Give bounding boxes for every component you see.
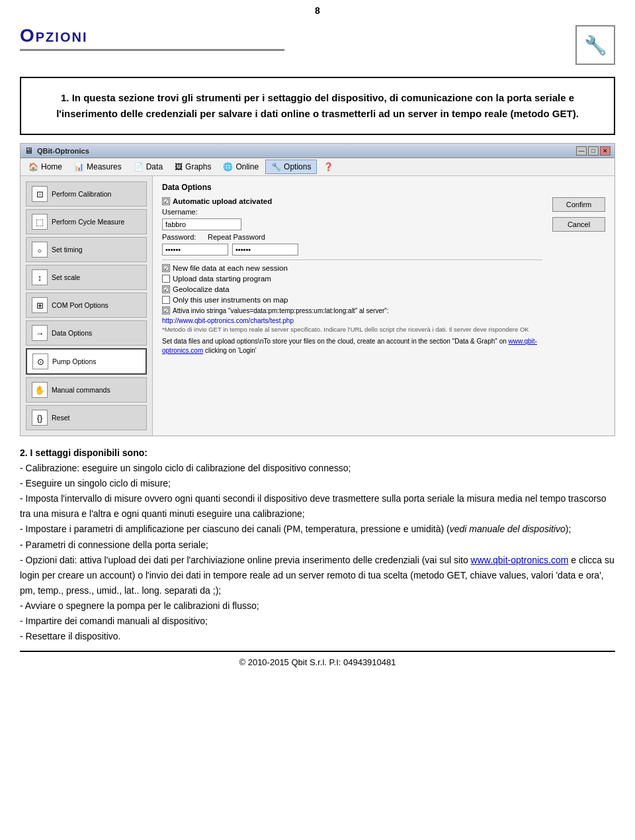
minimize-button[interactable]: — bbox=[576, 146, 587, 156]
qbit-link-2[interactable]: www.qbit-optronics.com bbox=[471, 555, 569, 565]
manual-label: Manual commands bbox=[52, 386, 110, 395]
right-panel: Data Options Automatic upload atcivated … bbox=[153, 176, 614, 436]
page-title: Opzioni bbox=[20, 25, 284, 51]
intro-box: 1. In questa sezione trovi gli strumenti… bbox=[20, 77, 615, 135]
calibration-label: Perform Calibration bbox=[52, 190, 111, 199]
reset-label: Reset bbox=[52, 414, 69, 422]
username-row: Username: bbox=[162, 208, 542, 216]
upload-label: Upload data starting program bbox=[173, 275, 271, 283]
newfile-label: New file data at each new session bbox=[173, 264, 288, 272]
graphs-icon: 🖼 bbox=[175, 162, 183, 171]
com-label: COM Port Options bbox=[52, 301, 108, 310]
menu-online[interactable]: 🌐 Online bbox=[218, 160, 264, 173]
page-footer: © 2010-2015 Qbit S.r.l. P.I: 04943910481 bbox=[20, 651, 615, 673]
menu-measures-label: Measures bbox=[87, 162, 122, 171]
sidebar-btn-data[interactable]: → Data Options bbox=[26, 320, 147, 346]
data-options-icon: → bbox=[32, 325, 48, 341]
password-input-row bbox=[162, 244, 542, 256]
window-body: ⊡ Perform Calibration ⬚ Perform Cycle Me… bbox=[21, 176, 614, 436]
data-options-label: Data Options bbox=[52, 329, 92, 338]
measures-icon: 📊 bbox=[74, 162, 84, 171]
menu-online-label: Online bbox=[235, 162, 259, 171]
divider1 bbox=[162, 259, 542, 260]
upload-row: Upload data starting program bbox=[162, 275, 542, 283]
window-titlebar: 🖥 QBit-Optronics — □ ✕ bbox=[21, 144, 614, 158]
sidebar-btn-cycle[interactable]: ⬚ Perform Cycle Measure bbox=[26, 209, 147, 234]
menu-options[interactable]: 🔧 Options bbox=[265, 160, 317, 174]
manual-icon: ✋ bbox=[32, 382, 48, 398]
footer-text: © 2010-2015 Qbit S.r.l. P.I: 04943910481 bbox=[239, 657, 396, 667]
attiva-label: Attiva invio stringa "values=data:pm:tem… bbox=[173, 307, 389, 314]
sidebar: ⊡ Perform Calibration ⬚ Perform Cycle Me… bbox=[21, 176, 153, 436]
cycle-icon: ⬚ bbox=[32, 214, 48, 230]
username-label: Username: bbox=[162, 208, 198, 216]
password-label: Password: bbox=[162, 233, 198, 241]
page-header: Opzioni 🔧 bbox=[0, 19, 635, 65]
newfile-row: New file data at each new session bbox=[162, 264, 542, 272]
geo-row: Geolocalize data bbox=[162, 285, 542, 293]
cancel-button[interactable]: Cancel bbox=[552, 217, 605, 232]
sidebar-btn-calibration[interactable]: ⊡ Perform Calibration bbox=[26, 181, 147, 207]
auto-upload-label: Automatic upload atcivated bbox=[173, 197, 272, 205]
repeat-password-input[interactable] bbox=[232, 244, 298, 256]
attiva-checkbox[interactable] bbox=[162, 306, 170, 314]
qbit-link[interactable]: www.qbit-optronics.com bbox=[162, 338, 537, 354]
attiva-row: Attiva invio stringa "values=data:pm:tem… bbox=[162, 306, 542, 314]
user-instruments-label: Only this user instruments on map bbox=[173, 296, 288, 304]
username-input[interactable] bbox=[162, 218, 241, 230]
data-icon: 📄 bbox=[134, 162, 144, 171]
panel-main: Automatic upload atcivated Username: Pas… bbox=[162, 197, 542, 355]
menu-graphs-label: Graphs bbox=[185, 162, 211, 171]
title-block: Opzioni bbox=[20, 25, 284, 51]
password-input[interactable] bbox=[162, 244, 228, 256]
url-text: http://www.qbit-optronics.com/charts/tes… bbox=[162, 317, 542, 324]
note-text: *Metodo di invio GET in tempo reale al s… bbox=[162, 326, 542, 333]
menu-home[interactable]: 🏠 Home bbox=[23, 160, 67, 173]
wrench-icon: 🔧 bbox=[575, 25, 615, 65]
section2-text: 2. I settaggi disponibili sono: - Calibr… bbox=[20, 445, 615, 644]
geo-checkbox[interactable] bbox=[162, 285, 170, 293]
close-button[interactable]: ✕ bbox=[600, 146, 611, 156]
maximize-button[interactable]: □ bbox=[588, 146, 599, 156]
sidebar-btn-timing[interactable]: ⬦ Set timing bbox=[26, 237, 147, 262]
upload-checkbox[interactable] bbox=[162, 275, 170, 283]
cycle-label: Perform Cycle Measure bbox=[52, 218, 124, 226]
auto-upload-checkbox[interactable] bbox=[162, 197, 170, 205]
online-icon: 🌐 bbox=[223, 162, 233, 171]
screenshot-window: 🖥 QBit-Optronics — □ ✕ 🏠 Home 📊 Measures… bbox=[20, 143, 615, 436]
panel-content: Automatic upload atcivated Username: Pas… bbox=[162, 197, 605, 355]
menu-measures[interactable]: 📊 Measures bbox=[69, 160, 127, 173]
home-icon: 🏠 bbox=[28, 162, 38, 171]
menu-help[interactable]: ❓ bbox=[318, 160, 339, 173]
section2-block: 2. I settaggi disponibili sono: - Calibr… bbox=[20, 445, 615, 644]
options-icon: 🔧 bbox=[271, 162, 281, 171]
repeat-password-label: Repeat Password bbox=[208, 233, 265, 241]
com-icon: ⊞ bbox=[32, 297, 48, 313]
user-instruments-checkbox[interactable] bbox=[162, 296, 170, 304]
panel-title: Data Options bbox=[162, 183, 605, 192]
page-number: 8 bbox=[0, 0, 635, 19]
timing-label: Set timing bbox=[52, 246, 83, 254]
menu-graphs[interactable]: 🖼 Graphs bbox=[169, 160, 216, 173]
scale-label: Set scale bbox=[52, 273, 80, 282]
sidebar-btn-manual[interactable]: ✋ Manual commands bbox=[26, 377, 147, 402]
scale-icon: ↕ bbox=[32, 269, 48, 285]
bottom-text: Set data files and upload options\nTo st… bbox=[162, 337, 542, 355]
pump-icon: ⊙ bbox=[32, 353, 48, 369]
timing-icon: ⬦ bbox=[32, 242, 48, 257]
sidebar-btn-reset[interactable]: {} Reset bbox=[26, 405, 147, 430]
user-instruments-row: Only this user instruments on map bbox=[162, 296, 542, 304]
sidebar-btn-com[interactable]: ⊞ COM Port Options bbox=[26, 293, 147, 318]
sidebar-btn-pump[interactable]: ⊙ Pump Options bbox=[26, 348, 147, 375]
menu-home-label: Home bbox=[41, 162, 62, 171]
pump-label: Pump Options bbox=[52, 357, 97, 366]
menu-data[interactable]: 📄 Data bbox=[128, 160, 168, 173]
help-icon: ❓ bbox=[323, 162, 333, 171]
intro-text: 1. In questa sezione trovi gli strumenti… bbox=[56, 92, 579, 119]
newfile-checkbox[interactable] bbox=[162, 264, 170, 272]
menu-options-label: Options bbox=[284, 162, 311, 171]
sidebar-btn-scale[interactable]: ↕ Set scale bbox=[26, 265, 147, 290]
username-input-row bbox=[162, 218, 542, 230]
reset-icon: {} bbox=[32, 410, 48, 426]
confirm-button[interactable]: Confirm bbox=[552, 197, 605, 212]
